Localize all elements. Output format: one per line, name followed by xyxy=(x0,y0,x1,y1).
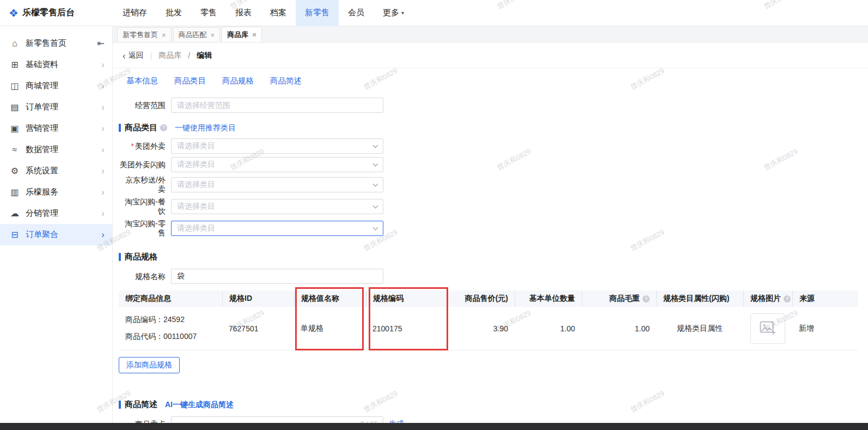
column-header: 规格值名称 xyxy=(294,290,366,307)
business-scope-input[interactable] xyxy=(171,98,383,113)
select-placeholder: 请选择类目 xyxy=(177,223,215,233)
spec-value-name-cell: 单规格 xyxy=(294,324,366,334)
chart-icon: ≈ xyxy=(10,145,20,155)
field-label: 淘宝闪购-零售 xyxy=(119,219,166,238)
section-title: 商品简述 xyxy=(125,399,157,410)
nav-more[interactable]: 更多 ▾ xyxy=(374,0,413,26)
image-plus-icon xyxy=(760,321,776,336)
logo-text: 乐檬零售后台 xyxy=(22,7,75,19)
business-scope-row: 经营范围 xyxy=(119,98,868,113)
select-placeholder: 请选择类目 xyxy=(177,180,215,190)
field-label: *美团外卖 xyxy=(119,142,166,151)
info-icon[interactable]: ? xyxy=(784,295,791,302)
spec-name-row: 规格名称 xyxy=(119,269,868,284)
breadcrumb-parent[interactable]: 商品库 xyxy=(158,51,181,60)
collapse-sidebar-icon[interactable]: ⇤ xyxy=(97,38,105,49)
logo-diamond-icon: ❖ xyxy=(9,8,19,19)
sidebar-item-mall-management[interactable]: ◫ 商城管理 › xyxy=(0,75,112,96)
tab-product-category[interactable]: 商品类目 xyxy=(174,76,206,86)
category-select-meituan-shangou[interactable]: 请选择类目 xyxy=(171,157,383,172)
spec-table-row: 商品编码：24592 商品代码：00110007 7627501 单规格 210… xyxy=(119,307,858,350)
section-accent-bar xyxy=(119,401,121,409)
chevron-right-icon: › xyxy=(101,209,105,218)
use-recommended-category-link[interactable]: 一键使用推荐类目 xyxy=(175,123,236,133)
section-accent-bar xyxy=(119,253,121,261)
sidebar-item-order-aggregation[interactable]: ⊟ 订单聚合 › xyxy=(0,224,112,245)
chevron-down-icon xyxy=(373,143,378,148)
category-row-meituan-waimai: *美团外卖 请选择类目 xyxy=(119,138,868,154)
bound-product-info-cell: 商品编码：24592 商品代码：00110007 xyxy=(119,315,222,342)
category-select-taobao-canyin[interactable]: 请选择类目 xyxy=(171,199,383,214)
spec-table-header: 绑定商品信息 规格ID 规格值名称 规格编码 商品售价(元) 基本单位数量 商品… xyxy=(119,290,858,307)
sidebar-item-distribution-management[interactable]: ☁ 分销管理 › xyxy=(0,203,112,224)
product-id-line: 商品代码：00110007 xyxy=(125,332,197,342)
chevron-right-icon: › xyxy=(101,187,105,197)
back-button[interactable]: ‹ 返回 xyxy=(123,51,144,60)
sidebar-item-system-settings[interactable]: ⚙ 系统设置 › xyxy=(0,160,112,181)
sidebar-item-order-management[interactable]: ▤ 订单管理 › xyxy=(0,96,112,118)
category-row-taobao-canyin: 淘宝闪购-餐饮 请选择类目 xyxy=(119,197,868,216)
close-icon[interactable]: × xyxy=(162,31,166,39)
select-placeholder: 请选择类目 xyxy=(177,202,215,211)
base-unit-qty-cell: 1.00 xyxy=(515,324,582,333)
nav-wholesale[interactable]: 批发 xyxy=(156,0,191,26)
nav-members[interactable]: 会员 xyxy=(339,0,374,26)
category-attr-cell[interactable]: 规格类目属性 xyxy=(656,324,743,334)
database-icon: ⊞ xyxy=(10,59,20,70)
nav-inventory[interactable]: 进销存 xyxy=(113,0,156,26)
add-image-button[interactable] xyxy=(750,313,785,344)
sidebar-item-data-management[interactable]: ≈ 数据管理 › xyxy=(0,139,112,160)
section-accent-bar xyxy=(119,124,121,132)
tab-label: 新零售首页 xyxy=(123,30,158,40)
cloud-icon: ☁ xyxy=(10,208,20,219)
sidebar-item-basic-data[interactable]: ⊞ 基础资料 › xyxy=(0,54,112,75)
tab-product-desc[interactable]: 商品简述 xyxy=(270,76,302,86)
app-window: ❖ 乐檬零售后台 进销存 批发 零售 报表 档案 新零售 会员 更多 ▾ ⌂ 新… xyxy=(0,0,868,430)
column-header: 基本单位数量 xyxy=(515,290,582,307)
category-select-meituan-waimai[interactable]: 请选择类目 xyxy=(171,138,383,154)
close-icon[interactable]: × xyxy=(211,31,215,39)
app-logo: ❖ 乐檬零售后台 xyxy=(0,7,112,19)
info-icon[interactable]: ? xyxy=(160,124,167,131)
nav-archives[interactable]: 档案 xyxy=(261,0,296,26)
nav-reports[interactable]: 报表 xyxy=(226,0,261,26)
nav-new-retail[interactable]: 新零售 xyxy=(296,0,339,26)
column-header: 规格编码 xyxy=(366,290,447,307)
nav-more-label: 更多 xyxy=(383,8,399,18)
tab-basic-info[interactable]: 基本信息 xyxy=(126,76,158,86)
close-icon[interactable]: × xyxy=(252,31,256,39)
column-header: 商品售价(元) xyxy=(447,290,515,307)
required-asterisk: * xyxy=(131,142,134,150)
sidebar-item-lemon-service[interactable]: ▥ 乐檬服务 › xyxy=(0,181,112,203)
chevron-down-icon xyxy=(373,161,378,167)
nav-retail[interactable]: 零售 xyxy=(191,0,226,26)
spec-image-cell xyxy=(743,313,792,344)
tab-product-spec[interactable]: 商品规格 xyxy=(222,76,254,86)
sidebar-item-label: 乐檬服务 xyxy=(26,187,95,197)
tab-new-retail-home[interactable]: 新零售首页 × xyxy=(117,27,172,42)
spec-section-header: 商品规格 xyxy=(119,252,868,262)
category-select-jd-miaosong[interactable]: 请选择类目 xyxy=(171,177,383,192)
chevron-right-icon: › xyxy=(101,166,105,175)
sidebar-item-marketing-management[interactable]: ▣ 营销管理 › xyxy=(0,118,112,139)
column-header: 规格图片? xyxy=(743,290,792,307)
tab-product-match[interactable]: 商品匹配 × xyxy=(173,27,221,42)
info-icon[interactable]: ? xyxy=(643,295,650,302)
category-select-taobao-lingshou[interactable]: 请选择类目 xyxy=(171,221,383,236)
select-placeholder: 请选择类目 xyxy=(177,160,215,169)
chevron-down-icon xyxy=(373,225,378,231)
field-label: 美团外卖闪购 xyxy=(119,160,166,169)
spec-name-input[interactable] xyxy=(171,269,383,284)
gear-icon: ⚙ xyxy=(10,166,20,176)
source-cell: 新增 xyxy=(792,324,858,334)
add-spec-button[interactable]: 添加商品规格 xyxy=(119,357,180,373)
category-row-taobao-lingshou: 淘宝闪购-零售 请选择类目 xyxy=(119,219,868,238)
price-cell: 3.90 xyxy=(447,324,515,333)
ai-generate-desc-link[interactable]: AI一键生成商品简述 xyxy=(165,400,234,410)
sidebar-item-home[interactable]: ⌂ 新零售首页 ⇤ xyxy=(0,33,112,54)
tab-product-library[interactable]: 商品库 × xyxy=(222,27,262,42)
order-list-icon: ▤ xyxy=(10,102,20,112)
tab-label: 商品库 xyxy=(227,30,248,40)
business-scope-label: 经营范围 xyxy=(119,101,166,110)
sidebar-item-label: 基础资料 xyxy=(26,59,95,70)
